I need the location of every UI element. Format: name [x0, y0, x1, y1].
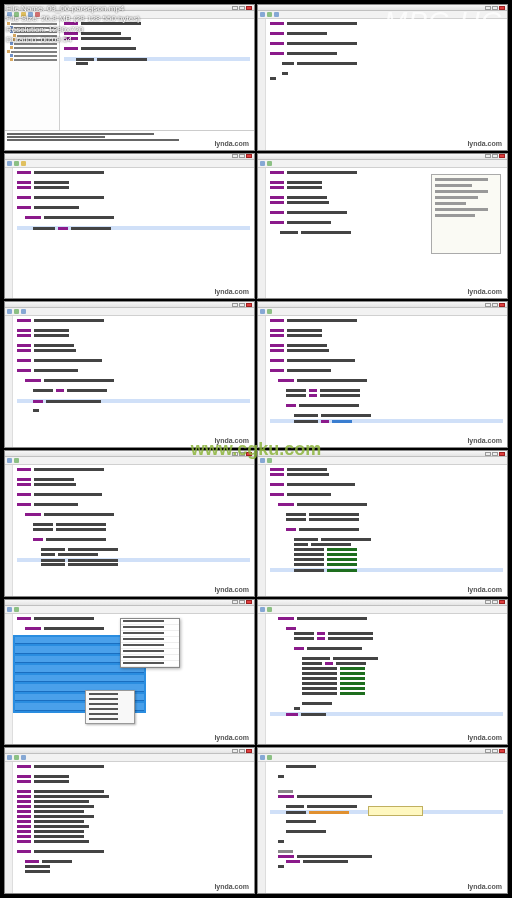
close-button[interactable]	[246, 749, 252, 753]
toolbar-icon[interactable]	[260, 161, 265, 166]
toolbar	[258, 754, 507, 762]
toolbar-icon[interactable]	[7, 755, 12, 760]
close-button[interactable]	[499, 154, 505, 158]
toolbar-icon[interactable]	[21, 309, 26, 314]
video-watermark: lynda.com	[465, 586, 504, 593]
close-button[interactable]	[499, 303, 505, 307]
toolbar	[5, 160, 254, 168]
toolbar-icon[interactable]	[267, 755, 272, 760]
toolbar-icon[interactable]	[21, 755, 26, 760]
close-button[interactable]	[246, 600, 252, 604]
code-editor[interactable]	[266, 19, 507, 150]
line-gutter	[258, 19, 266, 150]
code-editor[interactable]	[13, 465, 254, 596]
toolbar	[5, 606, 254, 614]
thumbnail-7[interactable]: lynda.com	[257, 450, 508, 597]
video-watermark: lynda.com	[465, 140, 504, 147]
thumbnail-4[interactable]: lynda.com	[4, 301, 255, 448]
minimize-button[interactable]	[232, 600, 238, 604]
thumbnail-9[interactable]: lynda.com	[257, 599, 508, 746]
minimize-button[interactable]	[232, 303, 238, 307]
toolbar-icon[interactable]	[260, 458, 265, 463]
minimize-button[interactable]	[485, 303, 491, 307]
maximize-button[interactable]	[492, 600, 498, 604]
line-gutter	[5, 614, 13, 745]
toolbar-icon[interactable]	[267, 607, 272, 612]
toolbar-icon[interactable]	[260, 309, 265, 314]
toolbar-icon[interactable]	[267, 458, 272, 463]
video-watermark: lynda.com	[212, 586, 251, 593]
toolbar-icon[interactable]	[7, 607, 12, 612]
toolbar-icon[interactable]	[14, 161, 19, 166]
video-watermark: lynda.com	[212, 883, 251, 890]
line-gutter	[5, 316, 13, 447]
code-editor[interactable]	[13, 316, 254, 447]
toolbar-icon[interactable]	[14, 607, 19, 612]
toolbar-icon[interactable]	[7, 161, 12, 166]
maximize-button[interactable]	[239, 6, 245, 10]
toolbar-icon[interactable]	[274, 12, 279, 17]
toolbar-icon[interactable]	[7, 309, 12, 314]
toolbar-icon[interactable]	[267, 12, 272, 17]
video-watermark: lynda.com	[465, 734, 504, 741]
minimize-button[interactable]	[232, 6, 238, 10]
close-button[interactable]	[246, 303, 252, 307]
minimize-button[interactable]	[232, 452, 238, 456]
minimize-button[interactable]	[485, 600, 491, 604]
toolbar-icon[interactable]	[14, 458, 19, 463]
minimize-button[interactable]	[232, 749, 238, 753]
code-editor[interactable]	[266, 614, 507, 745]
line-gutter	[258, 465, 266, 596]
code-editor[interactable]	[13, 762, 254, 893]
maximize-button[interactable]	[492, 749, 498, 753]
minimize-button[interactable]	[485, 154, 491, 158]
close-button[interactable]	[246, 154, 252, 158]
code-editor[interactable]	[13, 168, 254, 299]
line-gutter	[5, 465, 13, 596]
toolbar-icon[interactable]	[267, 309, 272, 314]
autocomplete-popup[interactable]	[431, 174, 501, 254]
video-watermark: lynda.com	[212, 288, 251, 295]
toolbar-icon[interactable]	[14, 755, 19, 760]
close-button[interactable]	[246, 452, 252, 456]
close-button[interactable]	[499, 600, 505, 604]
minimize-button[interactable]	[232, 154, 238, 158]
thumbnail-10[interactable]: lynda.com	[4, 747, 255, 894]
thumbnail-5[interactable]: lynda.com	[257, 301, 508, 448]
code-editor[interactable]	[266, 316, 507, 447]
maximize-button[interactable]	[492, 303, 498, 307]
context-submenu[interactable]	[120, 618, 180, 668]
toolbar-icon[interactable]	[260, 755, 265, 760]
maximize-button[interactable]	[492, 154, 498, 158]
maximize-button[interactable]	[239, 303, 245, 307]
file-info-overlay: File Name: 03_06-parsejson.mp4 File Size…	[6, 4, 140, 46]
thumbnail-8[interactable]: lynda.com	[4, 599, 255, 746]
menu-item[interactable]	[86, 717, 134, 722]
maximize-button[interactable]	[492, 452, 498, 456]
maximize-button[interactable]	[239, 452, 245, 456]
toolbar-icon[interactable]	[260, 12, 265, 17]
minimize-button[interactable]	[485, 452, 491, 456]
toolbar	[5, 308, 254, 316]
thumbnail-11[interactable]: lynda.com	[257, 747, 508, 894]
thumbnail-2[interactable]: lynda.com	[4, 153, 255, 300]
toolbar	[258, 160, 507, 168]
code-editor[interactable]	[266, 762, 507, 893]
code-editor[interactable]	[266, 465, 507, 596]
toolbar-icon[interactable]	[14, 309, 19, 314]
close-button[interactable]	[246, 6, 252, 10]
thumbnail-6[interactable]: lynda.com	[4, 450, 255, 597]
context-menu[interactable]	[85, 690, 135, 724]
thumbnail-3[interactable]: lynda.com	[257, 153, 508, 300]
toolbar-icon[interactable]	[260, 607, 265, 612]
close-button[interactable]	[499, 452, 505, 456]
toolbar-icon[interactable]	[21, 161, 26, 166]
minimize-button[interactable]	[485, 749, 491, 753]
maximize-button[interactable]	[239, 749, 245, 753]
close-button[interactable]	[499, 749, 505, 753]
maximize-button[interactable]	[239, 600, 245, 604]
maximize-button[interactable]	[239, 154, 245, 158]
toolbar-icon[interactable]	[267, 161, 272, 166]
toolbar-icon[interactable]	[7, 458, 12, 463]
player-name-overlay: MPC-HC	[384, 6, 502, 38]
